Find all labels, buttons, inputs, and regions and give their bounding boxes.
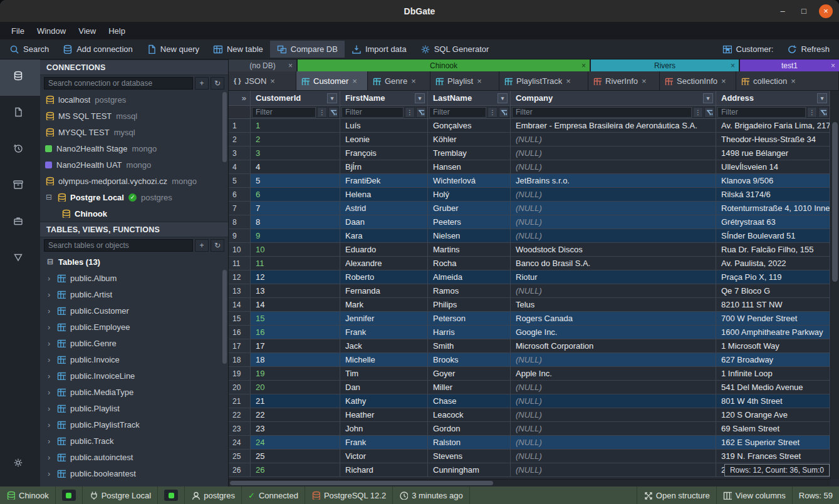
cell-firstname[interactable]: Bjĺrn [340, 160, 428, 173]
cell-customerid[interactable]: 11 [251, 257, 340, 270]
cell-firstname[interactable]: Dan [340, 381, 428, 394]
document-tab[interactable]: { } JSON × [229, 71, 296, 90]
table-row[interactable]: 9 9 Kara Nielsen (NULL) SÍnder Boulevard… [229, 229, 830, 243]
row-number[interactable]: 6 [229, 188, 251, 201]
cell-customerid[interactable]: 3 [251, 147, 340, 160]
cell-address[interactable]: Rua Dr. Falcão Filho, 155 [716, 243, 830, 256]
cell-company[interactable]: Rogers Canada [511, 312, 716, 325]
minimize-button[interactable]: – [776, 6, 789, 16]
row-number[interactable]: 9 [229, 229, 251, 242]
tab-group-close-icon[interactable]: × [831, 61, 835, 70]
column-dropdown-button[interactable]: ▾ [817, 93, 827, 103]
row-number[interactable]: 4 [229, 160, 251, 173]
row-number[interactable]: 23 [229, 422, 251, 435]
sql-generator-button[interactable]: SQL Generator [414, 41, 496, 58]
cell-firstname[interactable]: Eduardo [340, 243, 428, 256]
refresh-connections-icon[interactable]: ↻ [211, 77, 224, 90]
chevron-right-icon[interactable]: › [48, 322, 53, 332]
chevron-right-icon[interactable]: › [48, 371, 53, 381]
rail-settings-button[interactable] [0, 446, 40, 483]
cell-firstname[interactable]: Mark [340, 298, 428, 311]
cell-address[interactable]: Klanova 9/506 [716, 174, 830, 187]
cell-lastname[interactable]: Chase [428, 394, 511, 408]
cell-firstname[interactable]: Roberto [340, 270, 428, 284]
filter-input[interactable] [341, 107, 404, 118]
chevron-right-icon[interactable]: › [48, 436, 53, 446]
menu-item[interactable]: Window [31, 24, 72, 38]
filter-menu-button[interactable]: ⋮ [807, 107, 817, 118]
cell-address[interactable]: 1 Microsoft Way [716, 339, 830, 352]
cell-company[interactable]: (NULL) [511, 188, 716, 201]
menu-item[interactable]: Help [102, 24, 132, 38]
cell-customerid[interactable]: 6 [251, 188, 340, 201]
cell-company[interactable]: (NULL) [511, 215, 716, 229]
cell-customerid[interactable]: 17 [251, 339, 340, 352]
table-item[interactable]: › public.MediaType [40, 384, 228, 400]
table-item[interactable]: › public.Employee [40, 319, 228, 335]
cell-lastname[interactable]: Peterson [428, 312, 511, 325]
tab-group-close-icon[interactable]: × [288, 61, 293, 70]
cell-company[interactable]: Riotur [511, 270, 716, 284]
cell-address[interactable]: 801 W 4th Street [716, 394, 830, 408]
table-item[interactable]: › public.booleantest [40, 465, 228, 481]
add-connection-button[interactable]: Add connection [56, 41, 140, 58]
table-row[interactable]: 23 23 John Gordon (NULL) 69 Salem Street [229, 422, 830, 436]
table-item[interactable]: › public.InvoiceLine [40, 368, 228, 384]
cell-firstname[interactable]: Richard [340, 463, 428, 476]
cell-firstname[interactable]: François [340, 147, 428, 160]
rail-database-button[interactable] [0, 59, 40, 96]
filter-input[interactable] [429, 107, 486, 118]
cell-lastname[interactable]: Almeida [428, 270, 511, 284]
cell-lastname[interactable]: Gordon [428, 422, 511, 435]
filter-input[interactable] [252, 107, 316, 118]
cell-company[interactable]: Woodstock Discos [511, 243, 716, 256]
connection-item[interactable]: ⊟ olympus-medportal.vychozi.cz ✓ mongo [40, 173, 228, 189]
cell-address[interactable]: Grétrystraat 63 [716, 215, 830, 229]
row-number[interactable]: 21 [229, 394, 251, 408]
table-item[interactable]: › public.autoinctest [40, 449, 228, 465]
table-item[interactable]: › public.Album [40, 270, 228, 286]
filter-funnel-button[interactable] [416, 107, 426, 118]
sidebar-scrollbar-thumb[interactable] [222, 92, 227, 162]
chevron-right-icon[interactable]: › [48, 306, 53, 316]
tab-close-icon[interactable]: × [270, 76, 275, 86]
cell-customerid[interactable]: 7 [251, 202, 340, 215]
cell-customerid[interactable]: 13 [251, 284, 340, 297]
cell-customerid[interactable]: 15 [251, 312, 340, 325]
cell-customerid[interactable]: 1 [251, 119, 340, 132]
rail-archive-button[interactable] [0, 168, 40, 205]
connections-search-input[interactable] [44, 77, 193, 90]
table-row[interactable]: 11 11 Alexandre Rocha Banco do Brasil S.… [229, 257, 830, 270]
table-row[interactable]: 7 7 Astrid Gruber (NULL) Rotenturmstraße… [229, 202, 830, 215]
connection-item[interactable]: ⊟ MS SQL TEST ✓ mssql [40, 108, 228, 124]
cell-firstname[interactable]: John [340, 422, 428, 435]
chevron-right-icon[interactable]: › [48, 274, 53, 283]
cell-company[interactable]: Google Inc. [511, 326, 716, 339]
document-tab[interactable]: { } SectionInfo × [660, 71, 736, 90]
cell-firstname[interactable]: Tim [340, 367, 428, 380]
cell-customerid[interactable]: 9 [251, 229, 340, 242]
refresh-button[interactable]: Refresh [780, 41, 836, 58]
cell-lastname[interactable]: Brooks [428, 353, 511, 366]
new-table-button[interactable]: New table [206, 41, 270, 58]
chevron-right-icon[interactable]: › [48, 355, 53, 364]
cell-customerid[interactable]: 25 [251, 450, 340, 463]
table-item[interactable]: › public.Playlist [40, 400, 228, 416]
filter-menu-button[interactable]: ⋮ [487, 107, 498, 118]
close-button[interactable]: × [819, 4, 833, 18]
document-tab[interactable]: { } Customer × [296, 71, 368, 90]
column-header[interactable]: LastName ▾ [428, 91, 511, 105]
rail-filter-button[interactable] [0, 241, 40, 277]
row-number[interactable]: 26 [229, 463, 251, 476]
chevron-right-icon[interactable]: › [48, 339, 53, 348]
database-item-chinook[interactable]: Chinook [40, 205, 228, 222]
row-number[interactable]: 14 [229, 298, 251, 311]
cell-customerid[interactable]: 19 [251, 367, 340, 380]
cell-customerid[interactable]: 14 [251, 298, 340, 311]
cell-address[interactable]: 1 Infinite Loop [716, 367, 830, 380]
table-row[interactable]: 2 2 Leonie Köhler (NULL) Theodor-Heuss-S… [229, 133, 830, 147]
current-cell-button[interactable]: Customer: [716, 41, 781, 58]
tab-group[interactable]: Chinook × [298, 59, 590, 71]
table-item[interactable]: › public.Invoice [40, 351, 228, 368]
cell-address[interactable]: Praça Pio X, 119 [716, 270, 830, 284]
